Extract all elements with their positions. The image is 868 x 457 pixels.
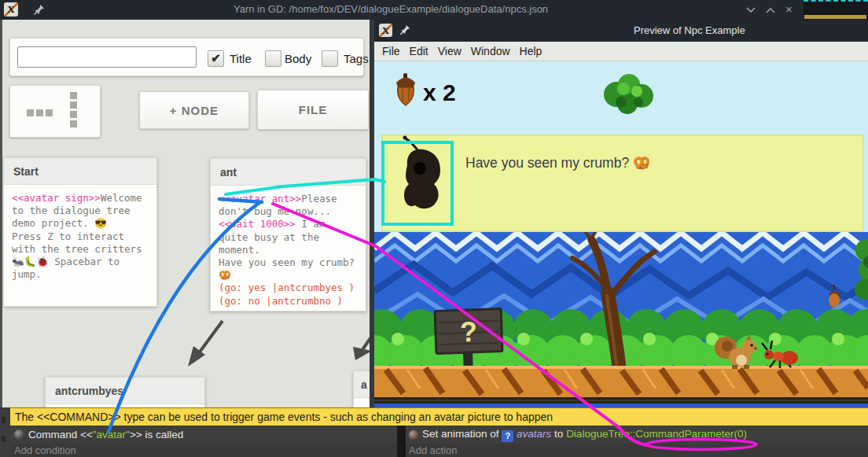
dialogue-text: Have you seen my crumb? 🥨 [465, 154, 650, 171]
event-gutter [0, 407, 10, 457]
hud-acorn-count: x 2 [423, 79, 456, 105]
maximize-icon[interactable] [765, 6, 776, 15]
preview-title: Preview of Npc Example [634, 24, 745, 36]
game-viewport[interactable]: x 2 [374, 61, 868, 407]
xterm-logo-icon: X [379, 24, 392, 37]
checkbox-body-label: Body [285, 52, 311, 65]
add-condition[interactable]: Add condition [10, 444, 397, 457]
menu-view[interactable]: View [438, 45, 462, 57]
condition-icon [14, 429, 24, 440]
preview-window: X Preview of Npc Example File Edit View … [370, 20, 868, 407]
close-icon[interactable]: × [785, 2, 793, 16]
node-ant-title[interactable]: ant [211, 159, 366, 186]
background-window-fragment [804, 0, 868, 20]
checkbox-body[interactable] [265, 50, 281, 67]
minimize-icon[interactable] [745, 6, 756, 15]
view-toggle-card[interactable] [9, 85, 101, 138]
node-start[interactable]: Start <<avatar sign>>Welcome to the dial… [3, 157, 157, 307]
screen: X Yarn in GD: /home/fox/DEV/dialogueExam… [0, 0, 868, 457]
gold-strip [804, 15, 866, 19]
checkbox-tags[interactable] [322, 50, 338, 67]
menu-help[interactable]: Help [520, 45, 542, 57]
dialogue-box: Have you seen my crumb? 🥨 [382, 135, 863, 231]
checkbox-title[interactable]: ✔ [208, 50, 224, 67]
xterm-logo-icon: X [4, 2, 18, 17]
menu-file[interactable]: File [382, 45, 400, 57]
pin-icon[interactable] [399, 24, 410, 35]
checkbox-tags-label: Tags [344, 52, 369, 65]
action-icon [409, 430, 418, 440]
node-antcrumbyes-title[interactable]: antcrumbyes [46, 378, 204, 404]
node-start-body[interactable]: <<avatar sign>>Welcome to the dialogue t… [4, 185, 156, 288]
node-ant[interactable]: ant <<avatar ant>>Please don't bug me no… [210, 158, 366, 311]
search-input[interactable] [17, 46, 197, 68]
event-action-row[interactable]: Set animation of ? avatars to DialogueTr… [406, 426, 868, 444]
search-card: ✔ Title Body Tags [9, 38, 364, 76]
action-text: Set animation of ? avatars to DialogueTr… [422, 428, 747, 442]
event-column-divider [397, 426, 406, 457]
add-action[interactable]: Add action [406, 444, 868, 457]
menu-window[interactable]: Window [471, 45, 510, 57]
menu-edit[interactable]: Edit [410, 45, 428, 57]
file-button[interactable]: FILE [257, 90, 369, 130]
preview-menubar: File Edit View Window Help [374, 42, 868, 61]
preview-titlebar: X Preview of Npc Example [374, 20, 868, 42]
checkbox-title-label: Title [230, 52, 252, 65]
sign-question-mark: ? [459, 315, 477, 348]
event-condition-row[interactable]: Command <<"avatar">> is called [10, 426, 397, 444]
node-start-title[interactable]: Start [4, 158, 156, 185]
condition-text: Command <<"avatar">> is called [28, 429, 183, 440]
pin-icon[interactable] [33, 4, 45, 16]
ground [374, 366, 868, 407]
window-title: Yarn in GD: /home/fox/DEV/dialogueExampl… [234, 3, 548, 15]
add-node-button[interactable]: + NODE [139, 91, 249, 129]
yarn-titlebar: X Yarn in GD: /home/fox/DEV/dialogueExam… [0, 0, 868, 20]
node-ant-body[interactable]: <<avatar ant>>Please don't bug me now...… [211, 186, 366, 315]
help-bar: The <<COMMAND>> type can be used to trig… [10, 407, 868, 426]
